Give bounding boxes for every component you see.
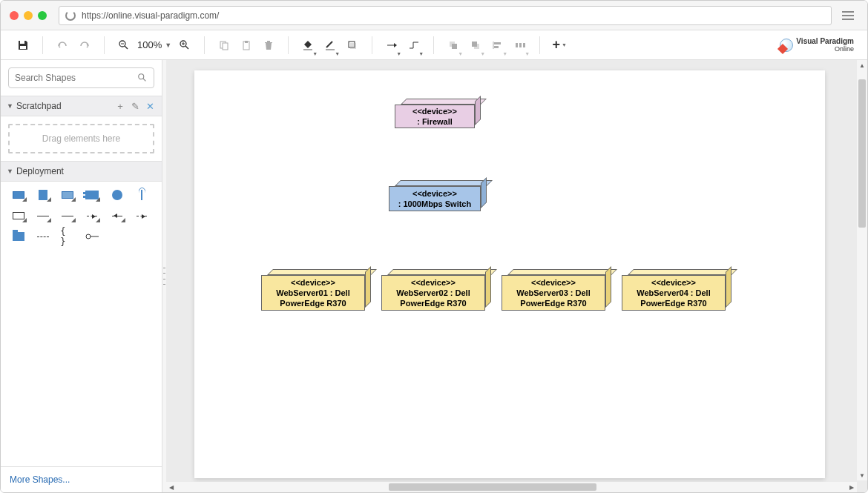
copy-button[interactable] xyxy=(214,35,234,56)
scroll-right-icon[interactable]: ▶ xyxy=(846,482,857,492)
collapse-icon: ▼ xyxy=(7,102,13,110)
collapse-icon: ▼ xyxy=(7,168,13,175)
vertical-scrollbar[interactable]: ▲ ▼ xyxy=(857,60,867,480)
svg-rect-12 xyxy=(245,41,248,43)
window-controls xyxy=(10,11,47,20)
shape-required-interface[interactable] xyxy=(85,231,99,242)
shape-interface[interactable] xyxy=(110,189,125,201)
scratchpad-add-icon[interactable]: + xyxy=(114,100,126,112)
insert-button[interactable]: +▼ xyxy=(549,35,570,56)
node-firewall[interactable]: <<device>> : Firewall xyxy=(395,99,481,128)
svg-rect-14 xyxy=(326,49,335,50)
fill-color-button[interactable]: ▼ xyxy=(297,35,318,56)
undo-button[interactable] xyxy=(52,35,73,56)
node-webserver02[interactable]: <<device>> WebServer02 : Dell PowerEdge … xyxy=(381,269,491,311)
horizontal-scrollbar[interactable]: ◀ ▶ xyxy=(166,482,857,492)
svg-rect-21 xyxy=(472,42,477,47)
url-text: https://online.visual-paradigm.com/ xyxy=(82,10,219,21)
more-shapes-link[interactable]: More Shapes... xyxy=(1,466,162,492)
deployment-title: Deployment xyxy=(16,166,64,176)
search-icon xyxy=(137,73,148,83)
deployment-header[interactable]: ▼ Deployment xyxy=(1,161,162,182)
maximize-window-icon[interactable] xyxy=(38,11,47,20)
scroll-up-icon[interactable]: ▲ xyxy=(857,60,867,70)
browser-menu-icon[interactable] xyxy=(838,6,858,25)
zoom-out-button[interactable] xyxy=(114,35,134,56)
shape-generalization[interactable] xyxy=(110,210,125,222)
shape-package[interactable] xyxy=(11,231,26,242)
vp-logo-icon xyxy=(780,39,793,52)
svg-rect-10 xyxy=(223,43,228,50)
canvas-area[interactable]: <<device>> : Firewall <<device>> : 1000M… xyxy=(166,60,867,492)
scratchpad-header[interactable]: ▼ Scratchpad + ✎ ✕ xyxy=(1,96,162,116)
shape-dotted[interactable] xyxy=(36,231,50,242)
reload-icon[interactable] xyxy=(65,10,76,21)
url-bar[interactable]: https://online.visual-paradigm.com/ xyxy=(59,6,832,25)
diagram-page[interactable]: <<device>> : Firewall <<device>> : 1000M… xyxy=(194,70,825,478)
shape-dependency[interactable] xyxy=(85,210,99,222)
to-front-button[interactable]: ▼ xyxy=(443,35,464,56)
zoom-level-dropdown[interactable]: 100%▼ xyxy=(136,39,173,50)
save-button[interactable] xyxy=(13,35,33,56)
search-input[interactable] xyxy=(15,73,137,83)
shape-artifact[interactable] xyxy=(36,189,50,201)
distribute-button[interactable]: ▼ xyxy=(510,35,530,56)
minimize-window-icon[interactable] xyxy=(24,11,33,20)
svg-rect-19 xyxy=(452,44,457,49)
svg-point-28 xyxy=(139,74,144,79)
shadow-button[interactable] xyxy=(342,35,363,56)
redo-button[interactable] xyxy=(74,35,95,56)
svg-line-3 xyxy=(125,46,128,49)
svg-rect-26 xyxy=(519,43,522,47)
browser-chrome: https://online.visual-paradigm.com/ xyxy=(1,1,867,30)
toolbar: 100%▼ ▼ ▼ ▼ ▼ ▼ ▼ ▼ ▼ +▼ Visual Paradigm… xyxy=(1,30,867,60)
delete-button[interactable] xyxy=(258,35,279,56)
svg-rect-25 xyxy=(516,43,518,47)
svg-point-30 xyxy=(86,234,91,239)
to-back-button[interactable]: ▼ xyxy=(465,35,486,56)
close-window-icon[interactable] xyxy=(10,11,19,20)
node-webserver04[interactable]: <<device>> WebServer04 : Dell PowerEdge … xyxy=(622,269,731,311)
main-area: ▼ Scratchpad + ✎ ✕ Drag elements here ▼ … xyxy=(1,60,867,492)
shape-spec[interactable] xyxy=(60,189,75,201)
scroll-left-icon[interactable]: ◀ xyxy=(166,482,177,492)
shape-association[interactable] xyxy=(36,210,50,222)
waypoint-style-button[interactable]: ▼ xyxy=(404,35,424,56)
line-color-button[interactable]: ▼ xyxy=(320,35,341,56)
scratchpad-edit-icon[interactable]: ✎ xyxy=(129,100,141,112)
svg-rect-0 xyxy=(20,41,24,44)
svg-rect-16 xyxy=(350,43,356,49)
shape-component[interactable] xyxy=(85,189,99,201)
sidebar: ▼ Scratchpad + ✎ ✕ Drag elements here ▼ … xyxy=(1,60,162,492)
app-logo[interactable]: Visual ParadigmOnline xyxy=(780,37,860,53)
svg-line-29 xyxy=(143,79,146,82)
svg-rect-13 xyxy=(303,49,312,50)
scroll-thumb[interactable] xyxy=(389,483,596,491)
scratchpad-dropzone[interactable]: Drag elements here xyxy=(8,124,154,153)
svg-rect-23 xyxy=(494,42,501,44)
shape-port[interactable] xyxy=(134,189,149,201)
svg-rect-24 xyxy=(494,46,499,48)
node-switch[interactable]: <<device>> : 1000Mbps Switch xyxy=(389,180,487,211)
node-webserver03[interactable]: <<device>> WebServer03 : Dell PowerEdge … xyxy=(502,269,611,311)
node-webserver01[interactable]: <<device>> WebServer01 : Dell PowerEdge … xyxy=(261,269,371,311)
svg-rect-1 xyxy=(20,46,26,49)
scroll-down-icon[interactable]: ▼ xyxy=(857,470,867,480)
shape-constraint[interactable]: { } xyxy=(60,231,75,242)
scroll-thumb[interactable] xyxy=(858,79,866,228)
shape-palette: { } xyxy=(1,182,162,250)
shape-search[interactable] xyxy=(8,67,154,88)
shape-node3d[interactable] xyxy=(11,189,26,201)
scratchpad-title: Scratchpad xyxy=(16,101,62,111)
scratchpad-close-icon[interactable]: ✕ xyxy=(144,100,156,112)
paste-button[interactable] xyxy=(236,35,257,56)
connection-style-button[interactable]: ▼ xyxy=(381,35,402,56)
zoom-in-button[interactable] xyxy=(174,35,195,56)
align-button[interactable]: ▼ xyxy=(487,35,508,56)
svg-rect-27 xyxy=(523,43,525,47)
shape-dashed[interactable] xyxy=(60,210,75,222)
shape-box[interactable] xyxy=(11,210,26,222)
shape-manifest[interactable] xyxy=(134,210,149,222)
svg-line-6 xyxy=(185,46,188,49)
